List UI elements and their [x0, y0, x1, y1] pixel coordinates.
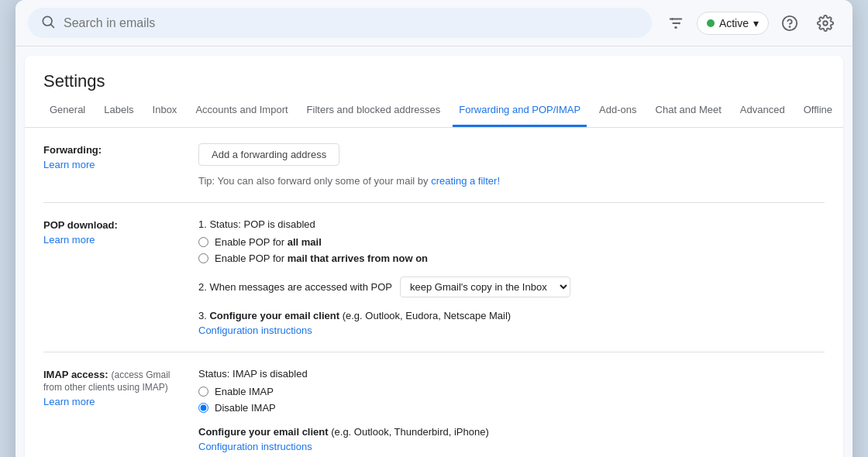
imap-status: Status: IMAP is disabled: [198, 368, 825, 380]
page-title: Settings: [25, 56, 843, 91]
imap-learn-more[interactable]: Learn more: [43, 396, 183, 407]
forwarding-section: Forwarding: Learn more Add a forwarding …: [43, 128, 825, 203]
tab-accounts[interactable]: Accounts and Import: [189, 94, 294, 127]
svg-point-10: [823, 21, 828, 26]
pop-configure-client: 3. Configure your email client (e.g. Out…: [198, 310, 825, 321]
forwarding-tip: Tip: You can also forward only some of y…: [198, 175, 825, 187]
settings-panel: Settings General Labels Inbox Accounts a…: [25, 56, 843, 457]
tab-general[interactable]: General: [43, 94, 91, 127]
search-icon: [40, 14, 56, 32]
forwarding-learn-more[interactable]: Learn more: [43, 159, 183, 170]
imap-content: Status: IMAP is disabled Enable IMAP Dis…: [198, 368, 825, 452]
imap-label: IMAP access:: [43, 369, 108, 380]
pop-label-area: POP download: Learn more: [43, 218, 198, 336]
search-area[interactable]: [28, 8, 652, 38]
svg-point-5: [671, 18, 673, 20]
tab-filters[interactable]: Filters and blocked addresses: [301, 94, 447, 127]
settings-body: Forwarding: Learn more Add a forwarding …: [25, 128, 843, 457]
tab-offline[interactable]: Offline: [797, 94, 839, 127]
app-window: Active ▾ Settings General: [16, 0, 852, 457]
pop-label: POP download:: [43, 219, 118, 231]
settings-gear-button[interactable]: [811, 9, 840, 38]
tab-advanced[interactable]: Advanced: [734, 94, 791, 127]
imap-config-link[interactable]: Configuration instructions: [198, 441, 825, 452]
tab-labels[interactable]: Labels: [98, 94, 140, 127]
tab-addons[interactable]: Add-ons: [593, 94, 642, 127]
imap-enable-option[interactable]: Enable IMAP: [198, 386, 825, 397]
pop-when-row: 2. When messages are accessed with POP k…: [198, 277, 825, 297]
imap-radio-group: Enable IMAP Disable IMAP: [198, 386, 825, 414]
filter-options-button[interactable]: [661, 9, 691, 38]
svg-line-1: [51, 25, 54, 28]
forwarding-label-area: Forwarding: Learn more: [43, 143, 198, 187]
imap-configure-client: Configure your email client (e.g. Outloo…: [198, 426, 825, 438]
pop-all-mail-option[interactable]: Enable POP for all mail: [198, 236, 825, 248]
active-status-button[interactable]: Active ▾: [697, 12, 769, 35]
topbar: Active ▾: [16, 0, 852, 46]
add-forwarding-button[interactable]: Add a forwarding address: [198, 143, 339, 166]
svg-point-0: [43, 16, 52, 26]
topbar-right: Active ▾: [661, 9, 840, 38]
tabs-bar: General Labels Inbox Accounts and Import…: [25, 94, 843, 128]
pop-status: 1. Status: POP is disabled: [198, 218, 825, 230]
pop-from-now-radio[interactable]: [198, 253, 208, 263]
active-chevron-icon: ▾: [753, 17, 759, 29]
pop-section: POP download: Learn more 1. Status: POP …: [43, 203, 825, 352]
active-dot: [707, 19, 715, 27]
tab-forwarding[interactable]: Forwarding and POP/IMAP: [453, 94, 587, 127]
pop-from-now-option[interactable]: Enable POP for mail that arrives from no…: [198, 253, 825, 264]
pop-radio-group: Enable POP for all mail Enable POP for m…: [198, 236, 825, 264]
svg-point-7: [675, 26, 677, 29]
imap-enable-radio[interactable]: [198, 387, 208, 397]
pop-when-dropdown[interactable]: keep Gmail's copy in the Inbox archive G…: [400, 277, 570, 297]
imap-disable-option[interactable]: Disable IMAP: [198, 402, 825, 414]
pop-config-link[interactable]: Configuration instructions: [198, 325, 825, 336]
imap-label-area: IMAP access: (access Gmail from other cl…: [43, 368, 198, 452]
search-input[interactable]: [64, 16, 639, 30]
create-filter-link[interactable]: creating a filter!: [431, 175, 500, 187]
active-label: Active: [719, 17, 749, 29]
tab-chat[interactable]: Chat and Meet: [649, 94, 728, 127]
imap-section: IMAP access: (access Gmail from other cl…: [43, 352, 825, 457]
forwarding-label: Forwarding:: [43, 144, 102, 156]
pop-all-mail-radio[interactable]: [198, 237, 208, 247]
tab-inbox[interactable]: Inbox: [146, 94, 184, 127]
svg-point-6: [678, 22, 680, 24]
forwarding-content: Add a forwarding address Tip: You can al…: [198, 143, 825, 187]
help-button[interactable]: [775, 9, 804, 38]
pop-content: 1. Status: POP is disabled Enable POP fo…: [198, 218, 825, 336]
imap-disable-radio[interactable]: [198, 403, 208, 413]
pop-learn-more[interactable]: Learn more: [43, 234, 183, 246]
